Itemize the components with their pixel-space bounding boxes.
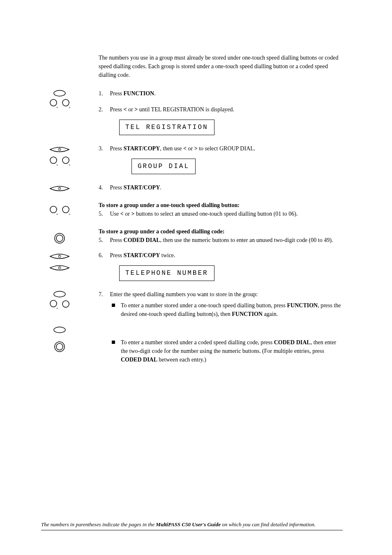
- generic-round-button-icon: [61, 300, 70, 310]
- svg-point-23: [54, 291, 65, 297]
- display-telephone-number: TELEPHONE NUMBER: [119, 265, 214, 281]
- step-5a-row: < > To store a group under a one-touch s…: [41, 198, 343, 221]
- coded-dial-button-icon: [54, 233, 65, 244]
- step-3-row: < > 3. Press START/COPY, then use < or >…: [41, 144, 343, 180]
- function-button-icon: [53, 291, 66, 297]
- svg-point-13: [50, 206, 57, 213]
- function-button-icon: [53, 90, 66, 97]
- step-7-row: < 7. Enter the speed dialling numbers yo…: [41, 290, 343, 321]
- left-arrow-button-icon: <: [49, 206, 58, 216]
- right-arrow-button-icon: >: [61, 206, 70, 216]
- step-3-text: 3. Press START/COPY, then use < or > to …: [99, 144, 343, 153]
- step-5b-text: 5. Press CODED DIAL, then use the numeri…: [99, 236, 343, 244]
- step-5b-icons: [41, 225, 78, 244]
- step-6-icons: [41, 251, 78, 272]
- svg-point-15: [62, 206, 69, 213]
- left-arrow-button-icon: <: [49, 99, 58, 109]
- svg-text:>: >: [69, 106, 70, 109]
- footer-divider: [41, 530, 343, 530]
- bullet-2-icons: [41, 326, 78, 352]
- svg-point-18: [56, 235, 63, 242]
- display-tel-registration: TEL REGISTRATION: [119, 120, 214, 135]
- svg-point-1: [50, 99, 57, 106]
- bullet-square-icon: [112, 304, 115, 307]
- step-5b-row: To store a group under a coded speed dia…: [41, 225, 343, 247]
- svg-text:<: <: [56, 306, 58, 310]
- step-1-row: < > 1. Press FUNCTION. 2. Press < or > u…: [41, 89, 343, 141]
- step-6-row: 6. Press START/COPY twice. TELEPHONE NUM…: [41, 251, 343, 287]
- step-4-row: 4. Press START/COPY.: [41, 183, 343, 194]
- svg-point-7: [50, 157, 57, 164]
- svg-point-3: [62, 99, 69, 106]
- svg-point-26: [62, 301, 69, 307]
- svg-text:<: <: [56, 163, 58, 166]
- step-7-icons: <: [41, 290, 78, 310]
- start-copy-button-icon: [49, 184, 70, 193]
- left-arrow-button-icon: <: [49, 300, 58, 310]
- step-3-icons: < >: [41, 144, 78, 166]
- svg-point-24: [50, 300, 57, 307]
- left-arrow-button-icon: <: [49, 157, 58, 166]
- intro-paragraph: The numbers you use in a group must alre…: [99, 53, 343, 79]
- step-4-text: 4. Press START/COPY.: [99, 183, 343, 192]
- step-2-text: 2. Press < or > until TEL REGISTRATION i…: [99, 105, 343, 114]
- step-5a-text: 5. Use < or > buttons to select an unuse…: [99, 210, 343, 218]
- heading-onetouch: To store a group under a one-touch speed…: [99, 201, 343, 210]
- right-arrow-button-icon: >: [61, 99, 70, 109]
- bullet-2-row: To enter a number stored under a coded s…: [41, 326, 343, 366]
- function-button-icon: [53, 327, 66, 333]
- step-7-text: 7. Enter the speed dialling numbers you …: [99, 290, 343, 299]
- svg-point-9: [62, 157, 69, 164]
- svg-point-29: [56, 343, 63, 350]
- bullet-onetouch: To enter a number stored under a one-tou…: [112, 301, 343, 318]
- right-arrow-button-icon: >: [61, 157, 70, 166]
- step-5a-icons: < >: [41, 198, 78, 216]
- display-group-dial: GROUP DIAL: [131, 159, 196, 174]
- svg-text:<: <: [56, 106, 58, 109]
- footer-note: The numbers in parentheses indicate the …: [41, 520, 343, 531]
- svg-text:<: <: [56, 212, 58, 216]
- svg-text:>: >: [69, 163, 70, 166]
- start-copy-button-icon: [49, 263, 70, 272]
- svg-point-0: [54, 90, 65, 96]
- step-1-icons: < >: [41, 89, 78, 109]
- bullet-square-icon: [112, 341, 115, 344]
- svg-text:>: >: [69, 212, 70, 216]
- coded-dial-button-icon: [54, 341, 65, 352]
- heading-coded: To store a group under a coded speed dia…: [99, 227, 343, 236]
- svg-point-27: [54, 327, 65, 333]
- start-copy-button-icon: [49, 145, 70, 154]
- step-6-text: 6. Press START/COPY twice.: [99, 251, 343, 260]
- bullet-coded: To enter a number stored under a coded s…: [112, 338, 343, 364]
- step-1-text: 1. Press FUNCTION.: [99, 89, 343, 98]
- start-copy-button-icon: [49, 252, 70, 261]
- step-4-icons: [41, 183, 78, 193]
